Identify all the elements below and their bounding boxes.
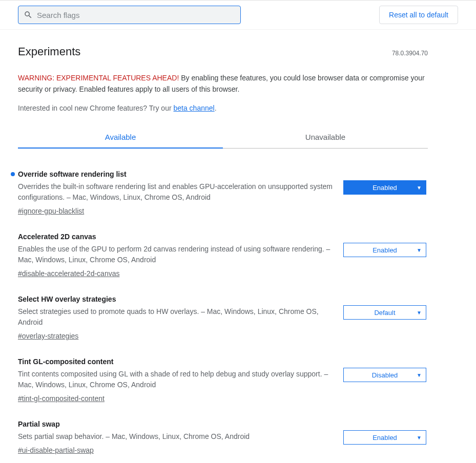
chevron-down-icon: ▼ <box>417 185 422 191</box>
flag-row: Partial swapSets partial swap behavior. … <box>18 409 428 460</box>
chevron-down-icon: ▼ <box>417 435 422 440</box>
flag-description: Overrides the built-in software renderin… <box>18 181 333 203</box>
flag-row: Tint GL-composited contentTint contents … <box>18 346 428 409</box>
chevron-down-icon: ▼ <box>417 372 422 378</box>
modified-dot-icon <box>11 172 15 176</box>
flag-description: Tint contents composited using GL with a… <box>18 369 333 390</box>
warning-text: WARNING: EXPERIMENTAL FEATURES AHEAD! By… <box>18 73 428 95</box>
tab-unavailable[interactable]: Unavailable <box>223 127 428 148</box>
flag-row: Accelerated 2D canvasEnables the use of … <box>18 221 428 284</box>
flag-state-select[interactable]: Disabled▼ <box>343 368 426 382</box>
flag-state-select[interactable]: Enabled▼ <box>343 243 426 257</box>
flag-hash-link[interactable]: #overlay-strategies <box>18 332 78 340</box>
tab-available[interactable]: Available <box>18 127 223 149</box>
flag-hash-link[interactable]: #ui-disable-partial-swap <box>18 446 94 454</box>
reset-all-button[interactable]: Reset all to default <box>379 6 458 24</box>
page-title: Experiments <box>18 45 80 58</box>
flag-hash-link[interactable]: #disable-accelerated-2d-canvas <box>18 269 119 278</box>
chevron-down-icon: ▼ <box>417 247 422 253</box>
flag-title: Accelerated 2D canvas <box>18 233 333 241</box>
flag-title: Override software rendering list <box>18 170 333 178</box>
flag-state-select[interactable]: Enabled▼ <box>343 430 426 445</box>
flag-title: Tint GL-composited content <box>18 357 333 366</box>
flag-description: Enables the use of the GPU to perform 2d… <box>18 244 333 265</box>
flag-state-select[interactable]: Default▼ <box>343 305 426 320</box>
search-input[interactable] <box>37 11 235 19</box>
interested-text: Interested in cool new Chrome features? … <box>18 104 428 112</box>
version-label: 78.0.3904.70 <box>392 50 428 57</box>
flag-title: Partial swap <box>18 420 333 428</box>
chevron-down-icon: ▼ <box>417 310 422 315</box>
search-box[interactable] <box>18 6 241 24</box>
flag-state-select[interactable]: Enabled▼ <box>343 180 426 195</box>
tabs: Available Unavailable <box>18 127 428 149</box>
flag-row: Select HW overlay strategiesSelect strat… <box>18 284 428 346</box>
flag-hash-link[interactable]: #tint-gl-composited-content <box>18 394 105 403</box>
flag-description: Select strategies used to promote quads … <box>18 306 333 328</box>
flag-description: Sets partial swap behavior. – Mac, Windo… <box>18 431 333 442</box>
beta-channel-link[interactable]: beta channel <box>173 104 214 112</box>
flag-title: Select HW overlay strategies <box>18 295 333 303</box>
search-icon <box>24 10 33 19</box>
flag-row: Override software rendering listOverride… <box>18 159 428 221</box>
warning-prefix: WARNING: EXPERIMENTAL FEATURES AHEAD! <box>18 74 179 82</box>
flag-hash-link[interactable]: #ignore-gpu-blacklist <box>18 207 84 215</box>
